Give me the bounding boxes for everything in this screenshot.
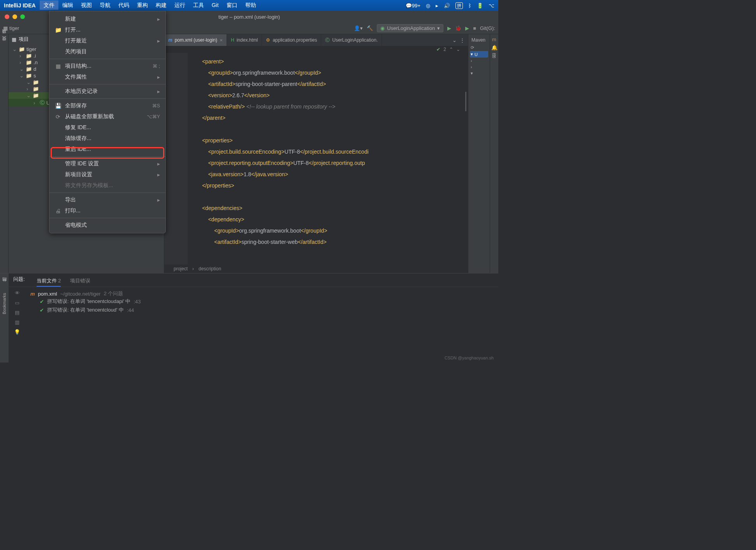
tree-label: s (33, 73, 36, 79)
menu-item[interactable]: 新建▸ (49, 14, 165, 25)
menubar-item[interactable]: 代码 (114, 0, 133, 10)
menu-item[interactable]: 省电模式 (49, 220, 165, 231)
menubar-item[interactable]: 视图 (77, 0, 96, 10)
editor-gutter (164, 53, 188, 264)
coverage-button[interactable]: ▶ (465, 25, 469, 31)
editor-tab[interactable]: ⚙application.properties (262, 34, 321, 46)
menubar-item[interactable]: 窗口 (223, 0, 241, 10)
menu-item[interactable]: 修复 IDE... (49, 122, 165, 133)
play-icon[interactable]: ▸ (436, 3, 438, 9)
menubar-item[interactable]: 导航 (96, 0, 114, 10)
menu-item[interactable]: 导出▸ (49, 194, 165, 205)
tree-arrow-icon: › (19, 53, 24, 59)
menu-item[interactable]: 🖨打印... (49, 205, 165, 216)
right-tool-stripe: m 🔔 🗄 (490, 34, 498, 273)
bottom-stripe-bookmarks[interactable]: Bookmarks (2, 293, 7, 314)
wechat-icon[interactable]: 💬 99+ (406, 3, 420, 9)
menubar-item[interactable]: 构建 (152, 0, 171, 10)
check-icon: ✔ (40, 299, 44, 305)
record-icon[interactable]: ◎ (426, 3, 430, 9)
maven-root[interactable]: ▾ U (470, 51, 488, 58)
fullscreen-window-button[interactable] (20, 14, 25, 19)
tree-arrow-icon: › (19, 60, 24, 65)
breadcrumb-item[interactable]: project (174, 266, 188, 271)
window-controls[interactable] (0, 14, 25, 19)
menu-item[interactable]: 新项目设置▸ (49, 169, 165, 180)
menubar-item[interactable]: 文件 (40, 0, 58, 10)
maven-node[interactable]: › (470, 58, 488, 64)
breadcrumb-item[interactable]: description (199, 266, 221, 271)
notifications-icon[interactable]: 🔔 (491, 45, 498, 51)
tabs-more-icon[interactable]: ⋮ (460, 37, 465, 43)
control-center-icon[interactable]: ⌥ (489, 3, 494, 9)
user-icon[interactable]: 👤▾ (354, 25, 363, 31)
maven-node[interactable]: ▾ (470, 70, 488, 77)
run-config-combo[interactable]: ◉ UserLoginApplication ▾ (377, 24, 443, 32)
maven-node[interactable]: › (470, 64, 488, 70)
menubar-item[interactable]: 重构 (133, 0, 152, 10)
minimize-window-button[interactable] (12, 14, 17, 19)
menu-item[interactable]: 重启 IDE... (49, 144, 165, 155)
collapse-icon[interactable]: ▥ (15, 319, 19, 325)
menu-item[interactable]: 关闭项目 (49, 46, 165, 57)
editor-tab[interactable]: mpom.xml (user-login)✕ (164, 34, 227, 46)
menu-item[interactable]: 📁打开... (49, 25, 165, 35)
scroll-up-icon[interactable]: ⌃ (449, 47, 453, 52)
inspection-ok-icon[interactable]: ✔ (436, 47, 440, 52)
problems-file-count: 2 个问题 (104, 290, 123, 297)
code-editor[interactable]: <parent> <groupId>org.springframework.bo… (188, 53, 468, 264)
maven-stripe-icon[interactable]: m (492, 37, 496, 42)
close-window-button[interactable] (5, 14, 9, 19)
menu-item[interactable]: 文件属性▸ (49, 72, 165, 82)
debug-button[interactable]: 🐞 (455, 25, 461, 31)
folder-icon: 📁 (19, 46, 25, 52)
menu-item[interactable]: ⟳从磁盘全部重新加载⌥⌘Y (49, 111, 165, 122)
project-icon: ▦ (3, 25, 8, 31)
menu-item[interactable]: 打开最近▸ (49, 35, 165, 46)
menu-item-label: 导出 (65, 196, 153, 203)
menubar-item[interactable]: 编辑 (58, 0, 77, 10)
battery-icon[interactable]: 🔋 (477, 3, 483, 9)
ime-icon[interactable]: 拼 (455, 2, 463, 9)
build-icon[interactable]: 🔨 (367, 25, 373, 31)
volume-icon[interactable]: 🔊 (444, 3, 450, 9)
menubar-item[interactable]: Git (208, 0, 223, 10)
menu-item-label: 重启 IDE... (65, 146, 160, 153)
menu-separator (49, 156, 165, 157)
menu-item[interactable]: 管理 IDE 设置▸ (49, 158, 165, 169)
chevron-right-icon: ▸ (157, 172, 160, 178)
menu-item[interactable]: 本地历史记录▸ (49, 86, 165, 97)
tabs-dropdown-icon[interactable]: ⌄ (452, 37, 457, 43)
problems-tab-project-errors[interactable]: 项目错误 (70, 276, 90, 287)
database-icon[interactable]: 🗄 (492, 53, 497, 59)
menu-item[interactable]: 💾全部保存⌘S (49, 100, 165, 111)
bulb-icon[interactable]: 💡 (14, 329, 20, 335)
menubar-item[interactable]: 运行 (171, 0, 189, 10)
refresh-icon[interactable]: ⟳ (471, 45, 474, 50)
menu-item-label: 新项目设置 (65, 171, 153, 178)
issue-location: :43 (134, 299, 141, 305)
menu-item[interactable]: ▦项目结构...⌘ ; (49, 61, 165, 72)
scroll-down-icon[interactable]: ⌄ (456, 47, 460, 52)
filter-icon[interactable]: ▭ (15, 300, 19, 306)
close-tab-icon[interactable]: ✕ (220, 38, 223, 42)
problems-tab-current-file[interactable]: 当前文件 2 (37, 276, 61, 287)
inspect-icon[interactable]: 👁 (15, 290, 20, 296)
problems-file-row[interactable]: m pom.xml ~/gitcode.net/tiger 2 个问题 (30, 290, 494, 297)
menubar-item[interactable]: 工具 (189, 0, 208, 10)
breadcrumb-root[interactable]: tiger (9, 25, 19, 31)
stop-button[interactable]: ■ (473, 25, 476, 31)
file-menu-dropdown: 新建▸📁打开...打开最近▸关闭项目▦项目结构...⌘ ;文件属性▸本地历史记录… (49, 11, 166, 233)
issue-location: :44 (127, 307, 134, 313)
editor-tab[interactable]: ⒸUserLoginApplication. (321, 34, 382, 46)
expand-icon[interactable]: ▤ (15, 310, 19, 315)
inspection-warning-count[interactable]: 2 (443, 47, 446, 52)
editor-tab[interactable]: Hindex.html (227, 34, 262, 46)
bluetooth-icon[interactable]: ᛒ (468, 3, 471, 9)
menu-item[interactable]: 清除缓存... (49, 133, 165, 144)
problem-item[interactable]: ✔拼写错误: 在单词 'tencentcloud' 中 :44 (30, 306, 494, 314)
menu-item-label: 本地历史记录 (65, 88, 153, 95)
run-button[interactable]: ▶ (447, 25, 451, 31)
problem-item[interactable]: ✔拼写错误: 在单词 'tencentcloudapi' 中 :43 (30, 297, 494, 306)
menubar-item[interactable]: 帮助 (241, 0, 260, 10)
